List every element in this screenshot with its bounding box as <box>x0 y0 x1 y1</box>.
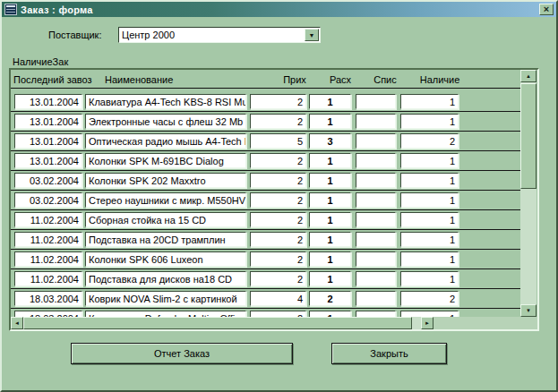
cell-name[interactable]: Подставка для дисков на18 CD <box>85 271 246 286</box>
cell-nalichie[interactable]: 1 <box>400 153 459 168</box>
cell-prih[interactable]: 4 <box>250 291 306 306</box>
chevron-down-icon: ▼ <box>309 32 315 38</box>
cell-nalichie[interactable]: 1 <box>400 212 459 227</box>
row-separator <box>11 131 520 132</box>
cell-nalichie[interactable]: 1 <box>400 173 459 188</box>
cell-rash[interactable]: 1 <box>309 271 351 286</box>
cell-prih[interactable]: 2 <box>250 232 306 247</box>
cell-nalichie[interactable]: 1 <box>400 114 459 129</box>
cell-name[interactable]: Колонки SPK 202 Maxxtro <box>85 173 246 188</box>
row-separator <box>11 111 520 112</box>
cell-rash[interactable]: 1 <box>309 251 351 267</box>
cell-rash[interactable]: 2 <box>309 291 351 306</box>
close-button[interactable]: × <box>539 4 554 15</box>
cell-name[interactable]: Клавиатура A4-Tech KBS-8 RSI Mult <box>85 94 246 109</box>
cell-last-delivery[interactable]: 03.02.2004 <box>14 192 82 208</box>
combo-dropdown-button[interactable]: ▼ <box>305 29 319 41</box>
cell-spis[interactable] <box>356 291 396 306</box>
table-row: 18.03.2004 Коврик NOVA Slim-2 с картинко… <box>11 291 520 306</box>
scroll-right-button[interactable]: ► <box>421 317 434 329</box>
down-arrow-icon: ▼ <box>526 308 531 313</box>
row-separator <box>11 249 520 250</box>
cell-name[interactable]: Коврик NOVA Slim-2 с картинкой <box>85 291 246 306</box>
header-rule <box>11 88 521 89</box>
cell-rash[interactable]: 1 <box>309 192 351 208</box>
cell-nalichie[interactable]: 1 <box>400 271 459 286</box>
cell-spis[interactable] <box>356 251 396 267</box>
cell-nalichie[interactable]: 1 <box>400 311 459 317</box>
cell-spis[interactable] <box>356 212 396 227</box>
scroll-up-button[interactable]: ▲ <box>520 70 537 82</box>
scroll-left-button[interactable]: ◄ <box>11 317 23 329</box>
cell-name[interactable]: Стерео наушники с микр. M550HV 2 <box>85 192 246 208</box>
cell-spis[interactable] <box>356 153 396 168</box>
cell-last-delivery[interactable]: 13.01.2004 <box>14 153 82 168</box>
cell-prih[interactable]: 2 <box>250 192 306 208</box>
table-row: 13.01.2004 Клавиатура A4-Tech KBS-8 RSI … <box>11 94 520 109</box>
cell-nalichie[interactable]: 1 <box>400 251 459 267</box>
cell-rash[interactable]: 3 <box>309 133 351 149</box>
cell-spis[interactable] <box>356 271 396 286</box>
vertical-scrollbar[interactable]: ▲ ▼ <box>520 70 537 317</box>
cell-spis[interactable] <box>356 133 396 149</box>
cell-last-delivery[interactable]: 18.03.2004 <box>14 311 82 317</box>
cell-nalichie[interactable]: 1 <box>400 94 459 109</box>
cell-rash[interactable]: 1 <box>309 212 351 227</box>
subform-datasheet: Последний завоз Наименование Прих Расх С… <box>9 68 539 331</box>
report-order-button[interactable]: Отчет Заказ <box>71 343 293 364</box>
table-row: 11.02.2004 Подставка для дисков на18 CD … <box>11 271 520 286</box>
cell-last-delivery[interactable]: 11.02.2004 <box>14 232 82 247</box>
cell-last-delivery[interactable]: 03.02.2004 <box>14 173 82 188</box>
cell-name[interactable]: Колонки SPK M-691BC Dialog <box>85 153 246 168</box>
cell-nalichie[interactable]: 1 <box>400 192 459 208</box>
cell-rash[interactable]: 1 <box>309 311 351 317</box>
cell-last-delivery[interactable]: 11.02.2004 <box>14 271 82 286</box>
cell-name[interactable]: Электронные часы с флеш 32 Mb <box>85 114 246 129</box>
cell-spis[interactable] <box>356 232 396 247</box>
cell-name[interactable]: Сборная стойка на 15 CD <box>85 212 246 227</box>
cell-spis[interactable] <box>356 173 396 188</box>
cell-prih[interactable]: 2 <box>250 114 306 129</box>
cell-prih[interactable]: 2 <box>250 271 306 286</box>
cell-name[interactable]: Оптическая радио мышь A4-Tech R <box>85 133 246 149</box>
cell-last-delivery[interactable]: 13.01.2004 <box>14 94 82 109</box>
cell-name[interactable]: Подставка на 20CD трамплин <box>85 232 246 247</box>
titlebar[interactable]: Заказ : форма × <box>2 2 556 17</box>
vertical-scroll-thumb[interactable] <box>520 83 537 189</box>
cell-nalichie[interactable]: 1 <box>400 232 459 247</box>
cell-prih[interactable]: 2 <box>250 94 306 109</box>
cell-spis[interactable] <box>356 114 396 129</box>
cell-spis[interactable] <box>356 311 396 317</box>
horizontal-scrollbar[interactable]: ◄ ► <box>11 317 434 329</box>
cell-name[interactable]: Колонки SPK 606 Luxeon <box>85 251 246 267</box>
row-separator <box>11 229 520 230</box>
cell-last-delivery[interactable]: 13.01.2004 <box>14 114 82 129</box>
cell-rash[interactable]: 1 <box>309 232 351 247</box>
table-row: 11.02.2004 Подставка на 20CD трамплин 2 … <box>11 232 520 247</box>
scroll-down-button[interactable]: ▼ <box>520 304 537 317</box>
cell-prih[interactable]: 2 <box>250 173 306 188</box>
cell-last-delivery[interactable]: 18.03.2004 <box>14 291 82 306</box>
supplier-combobox[interactable]: Центр 2000 ▼ <box>118 27 321 43</box>
cell-prih[interactable]: 2 <box>250 311 306 317</box>
cell-last-delivery[interactable]: 11.02.2004 <box>14 251 82 267</box>
cell-rash[interactable]: 1 <box>309 153 351 168</box>
cell-prih[interactable]: 2 <box>250 251 306 267</box>
cell-spis[interactable] <box>356 192 396 208</box>
cell-rash[interactable]: 1 <box>309 173 351 188</box>
cell-rash[interactable]: 1 <box>309 114 351 129</box>
cell-last-delivery[interactable]: 11.02.2004 <box>14 212 82 227</box>
column-header-name: Наименование <box>105 74 173 85</box>
horizontal-scroll-thumb[interactable] <box>23 317 412 329</box>
cell-prih[interactable]: 2 <box>250 153 306 168</box>
close-form-button[interactable]: Закрыть <box>331 343 447 364</box>
cell-spis[interactable] <box>356 94 396 109</box>
cell-name[interactable]: Клавиатура Defender Multim Office <box>85 311 246 317</box>
cell-prih[interactable]: 2 <box>250 212 306 227</box>
cell-nalichie[interactable]: 2 <box>400 291 459 306</box>
cell-rash[interactable]: 1 <box>309 94 351 109</box>
cell-nalichie[interactable]: 2 <box>400 133 459 149</box>
cell-last-delivery[interactable]: 13.01.2004 <box>14 133 82 149</box>
row-separator <box>11 190 520 191</box>
cell-prih[interactable]: 5 <box>250 133 306 149</box>
